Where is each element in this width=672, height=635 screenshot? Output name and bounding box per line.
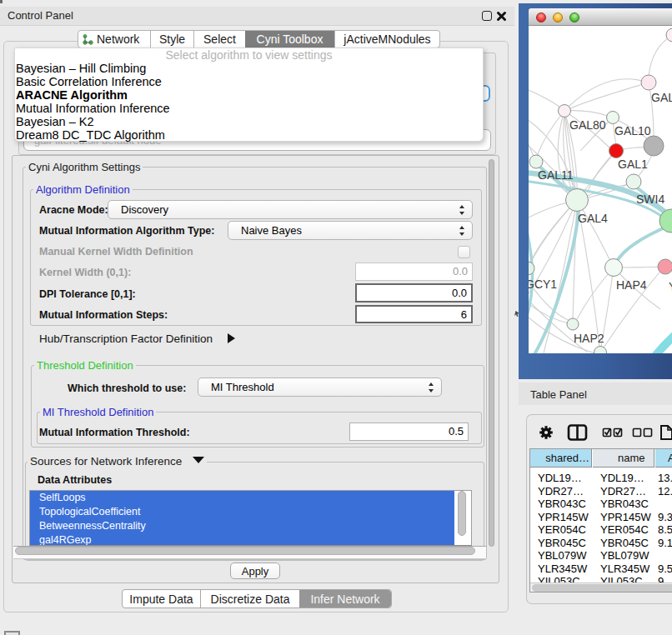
svg-text:GCY1: GCY1 — [529, 278, 557, 291]
svg-text:GAL1: GAL1 — [618, 158, 648, 171]
svg-text:GAL10: GAL10 — [614, 124, 651, 138]
svg-text:HAP4: HAP4 — [616, 278, 647, 292]
svg-text:GAL4: GAL4 — [578, 212, 608, 225]
svg-text:SWI4: SWI4 — [636, 192, 664, 206]
svg-text:GAL2: GAL2 — [651, 91, 672, 104]
svg-text:GAL11: GAL11 — [538, 168, 574, 182]
svg-text:GAL80: GAL80 — [569, 118, 606, 132]
svg-text:HAP2: HAP2 — [574, 332, 604, 345]
svg-text:Y: Y — [669, 280, 672, 293]
